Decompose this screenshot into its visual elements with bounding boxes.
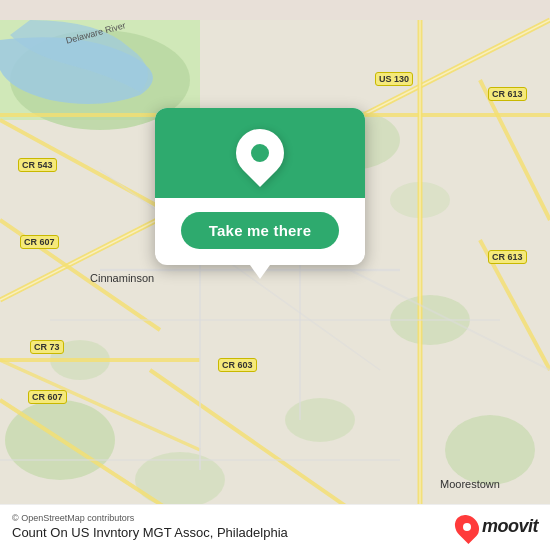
osm-attribution: © OpenStreetMap contributors [12,513,288,523]
badge-cr607-bot: CR 607 [28,390,67,404]
bottom-bar: © OpenStreetMap contributors Count On US… [0,504,550,550]
map-pin-inner [251,144,269,162]
moovit-pin-icon [450,510,484,544]
badge-cr73: CR 73 [30,340,64,354]
map-container: US 130 CR 613 CR 543 CR 607 CR 613 CR 73… [0,0,550,550]
badge-cr543: CR 543 [18,158,57,172]
moovit-brand-name: moovit [482,516,538,537]
svg-point-7 [285,398,355,442]
badge-us130: US 130 [375,72,413,86]
badge-cr613-top: CR 613 [488,87,527,101]
map-pin-icon [226,119,294,187]
svg-point-2 [445,415,535,485]
take-me-there-button[interactable]: Take me there [181,212,339,249]
place-name: Count On US Invntory MGT Assoc, Philadel… [12,525,288,540]
moovit-logo: moovit [456,514,538,540]
label-moorestown: Moorestown [440,478,500,490]
label-cinnaminson: Cinnaminson [90,272,154,284]
badge-cr603: CR 603 [218,358,257,372]
popup-bubble: Take me there [155,108,365,265]
badge-cr607-mid: CR 607 [20,235,59,249]
bottom-left: © OpenStreetMap contributors Count On US… [12,513,288,540]
moovit-pin-inner [463,523,471,531]
map-svg [0,0,550,550]
popup-icon-area [155,108,365,198]
badge-cr613-right: CR 613 [488,250,527,264]
